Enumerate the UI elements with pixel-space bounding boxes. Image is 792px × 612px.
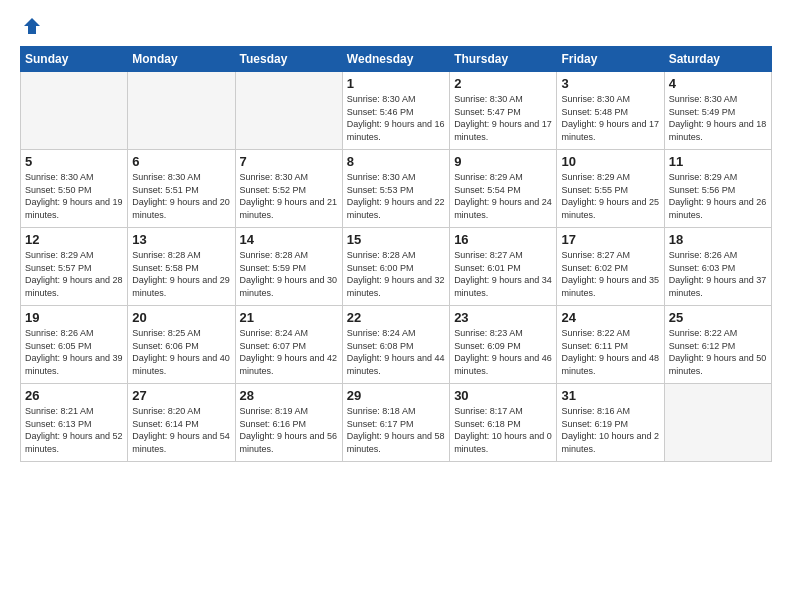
weekday-header: Sunday [21, 47, 128, 72]
calendar-cell: 10Sunrise: 8:29 AM Sunset: 5:55 PM Dayli… [557, 150, 664, 228]
day-number: 17 [561, 232, 659, 247]
day-number: 5 [25, 154, 123, 169]
calendar-week-row: 1Sunrise: 8:30 AM Sunset: 5:46 PM Daylig… [21, 72, 772, 150]
day-number: 30 [454, 388, 552, 403]
day-number: 14 [240, 232, 338, 247]
day-info: Sunrise: 8:16 AM Sunset: 6:19 PM Dayligh… [561, 405, 659, 455]
day-info: Sunrise: 8:30 AM Sunset: 5:53 PM Dayligh… [347, 171, 445, 221]
day-number: 19 [25, 310, 123, 325]
header [20, 16, 772, 38]
calendar-cell: 29Sunrise: 8:18 AM Sunset: 6:17 PM Dayli… [342, 384, 449, 462]
day-number: 26 [25, 388, 123, 403]
day-info: Sunrise: 8:26 AM Sunset: 6:03 PM Dayligh… [669, 249, 767, 299]
calendar-cell: 31Sunrise: 8:16 AM Sunset: 6:19 PM Dayli… [557, 384, 664, 462]
calendar-cell: 26Sunrise: 8:21 AM Sunset: 6:13 PM Dayli… [21, 384, 128, 462]
day-info: Sunrise: 8:30 AM Sunset: 5:51 PM Dayligh… [132, 171, 230, 221]
day-info: Sunrise: 8:29 AM Sunset: 5:56 PM Dayligh… [669, 171, 767, 221]
day-number: 4 [669, 76, 767, 91]
day-info: Sunrise: 8:22 AM Sunset: 6:11 PM Dayligh… [561, 327, 659, 377]
day-info: Sunrise: 8:30 AM Sunset: 5:47 PM Dayligh… [454, 93, 552, 143]
day-info: Sunrise: 8:28 AM Sunset: 5:59 PM Dayligh… [240, 249, 338, 299]
day-info: Sunrise: 8:23 AM Sunset: 6:09 PM Dayligh… [454, 327, 552, 377]
day-info: Sunrise: 8:29 AM Sunset: 5:55 PM Dayligh… [561, 171, 659, 221]
calendar-cell: 23Sunrise: 8:23 AM Sunset: 6:09 PM Dayli… [450, 306, 557, 384]
day-info: Sunrise: 8:28 AM Sunset: 5:58 PM Dayligh… [132, 249, 230, 299]
day-number: 20 [132, 310, 230, 325]
calendar-header-row: SundayMondayTuesdayWednesdayThursdayFrid… [21, 47, 772, 72]
day-info: Sunrise: 8:27 AM Sunset: 6:02 PM Dayligh… [561, 249, 659, 299]
calendar-cell: 14Sunrise: 8:28 AM Sunset: 5:59 PM Dayli… [235, 228, 342, 306]
day-number: 10 [561, 154, 659, 169]
calendar-table: SundayMondayTuesdayWednesdayThursdayFrid… [20, 46, 772, 462]
calendar-week-row: 19Sunrise: 8:26 AM Sunset: 6:05 PM Dayli… [21, 306, 772, 384]
calendar-cell: 20Sunrise: 8:25 AM Sunset: 6:06 PM Dayli… [128, 306, 235, 384]
day-number: 12 [25, 232, 123, 247]
calendar-cell: 30Sunrise: 8:17 AM Sunset: 6:18 PM Dayli… [450, 384, 557, 462]
day-number: 27 [132, 388, 230, 403]
weekday-header: Monday [128, 47, 235, 72]
day-info: Sunrise: 8:29 AM Sunset: 5:57 PM Dayligh… [25, 249, 123, 299]
day-number: 7 [240, 154, 338, 169]
day-number: 6 [132, 154, 230, 169]
calendar-cell: 2Sunrise: 8:30 AM Sunset: 5:47 PM Daylig… [450, 72, 557, 150]
calendar-cell [128, 72, 235, 150]
day-info: Sunrise: 8:30 AM Sunset: 5:48 PM Dayligh… [561, 93, 659, 143]
calendar-cell: 9Sunrise: 8:29 AM Sunset: 5:54 PM Daylig… [450, 150, 557, 228]
calendar-cell: 3Sunrise: 8:30 AM Sunset: 5:48 PM Daylig… [557, 72, 664, 150]
day-number: 18 [669, 232, 767, 247]
weekday-header: Thursday [450, 47, 557, 72]
calendar-cell: 27Sunrise: 8:20 AM Sunset: 6:14 PM Dayli… [128, 384, 235, 462]
day-info: Sunrise: 8:30 AM Sunset: 5:46 PM Dayligh… [347, 93, 445, 143]
calendar-cell: 7Sunrise: 8:30 AM Sunset: 5:52 PM Daylig… [235, 150, 342, 228]
day-number: 2 [454, 76, 552, 91]
calendar-cell: 18Sunrise: 8:26 AM Sunset: 6:03 PM Dayli… [664, 228, 771, 306]
day-number: 3 [561, 76, 659, 91]
day-info: Sunrise: 8:27 AM Sunset: 6:01 PM Dayligh… [454, 249, 552, 299]
calendar-cell [235, 72, 342, 150]
calendar-cell [664, 384, 771, 462]
calendar-cell: 25Sunrise: 8:22 AM Sunset: 6:12 PM Dayli… [664, 306, 771, 384]
calendar-cell: 22Sunrise: 8:24 AM Sunset: 6:08 PM Dayli… [342, 306, 449, 384]
calendar-cell: 17Sunrise: 8:27 AM Sunset: 6:02 PM Dayli… [557, 228, 664, 306]
calendar-cell: 21Sunrise: 8:24 AM Sunset: 6:07 PM Dayli… [235, 306, 342, 384]
calendar-cell: 24Sunrise: 8:22 AM Sunset: 6:11 PM Dayli… [557, 306, 664, 384]
day-info: Sunrise: 8:18 AM Sunset: 6:17 PM Dayligh… [347, 405, 445, 455]
calendar-cell: 11Sunrise: 8:29 AM Sunset: 5:56 PM Dayli… [664, 150, 771, 228]
day-info: Sunrise: 8:29 AM Sunset: 5:54 PM Dayligh… [454, 171, 552, 221]
day-number: 8 [347, 154, 445, 169]
day-number: 31 [561, 388, 659, 403]
day-number: 16 [454, 232, 552, 247]
day-number: 1 [347, 76, 445, 91]
calendar-cell [21, 72, 128, 150]
calendar-cell: 15Sunrise: 8:28 AM Sunset: 6:00 PM Dayli… [342, 228, 449, 306]
day-number: 29 [347, 388, 445, 403]
logo-icon [22, 16, 42, 36]
page-container: SundayMondayTuesdayWednesdayThursdayFrid… [0, 0, 792, 472]
calendar-cell: 19Sunrise: 8:26 AM Sunset: 6:05 PM Dayli… [21, 306, 128, 384]
calendar-cell: 13Sunrise: 8:28 AM Sunset: 5:58 PM Dayli… [128, 228, 235, 306]
day-number: 24 [561, 310, 659, 325]
calendar-week-row: 5Sunrise: 8:30 AM Sunset: 5:50 PM Daylig… [21, 150, 772, 228]
day-number: 23 [454, 310, 552, 325]
day-info: Sunrise: 8:22 AM Sunset: 6:12 PM Dayligh… [669, 327, 767, 377]
calendar-cell: 16Sunrise: 8:27 AM Sunset: 6:01 PM Dayli… [450, 228, 557, 306]
calendar-cell: 28Sunrise: 8:19 AM Sunset: 6:16 PM Dayli… [235, 384, 342, 462]
day-info: Sunrise: 8:30 AM Sunset: 5:50 PM Dayligh… [25, 171, 123, 221]
day-number: 28 [240, 388, 338, 403]
logo [20, 16, 42, 38]
day-number: 25 [669, 310, 767, 325]
calendar-cell: 5Sunrise: 8:30 AM Sunset: 5:50 PM Daylig… [21, 150, 128, 228]
day-info: Sunrise: 8:24 AM Sunset: 6:08 PM Dayligh… [347, 327, 445, 377]
day-number: 15 [347, 232, 445, 247]
day-info: Sunrise: 8:25 AM Sunset: 6:06 PM Dayligh… [132, 327, 230, 377]
calendar-cell: 12Sunrise: 8:29 AM Sunset: 5:57 PM Dayli… [21, 228, 128, 306]
svg-marker-0 [24, 18, 40, 34]
day-number: 9 [454, 154, 552, 169]
calendar-week-row: 12Sunrise: 8:29 AM Sunset: 5:57 PM Dayli… [21, 228, 772, 306]
day-info: Sunrise: 8:17 AM Sunset: 6:18 PM Dayligh… [454, 405, 552, 455]
day-info: Sunrise: 8:21 AM Sunset: 6:13 PM Dayligh… [25, 405, 123, 455]
weekday-header: Wednesday [342, 47, 449, 72]
day-number: 22 [347, 310, 445, 325]
weekday-header: Saturday [664, 47, 771, 72]
day-info: Sunrise: 8:20 AM Sunset: 6:14 PM Dayligh… [132, 405, 230, 455]
